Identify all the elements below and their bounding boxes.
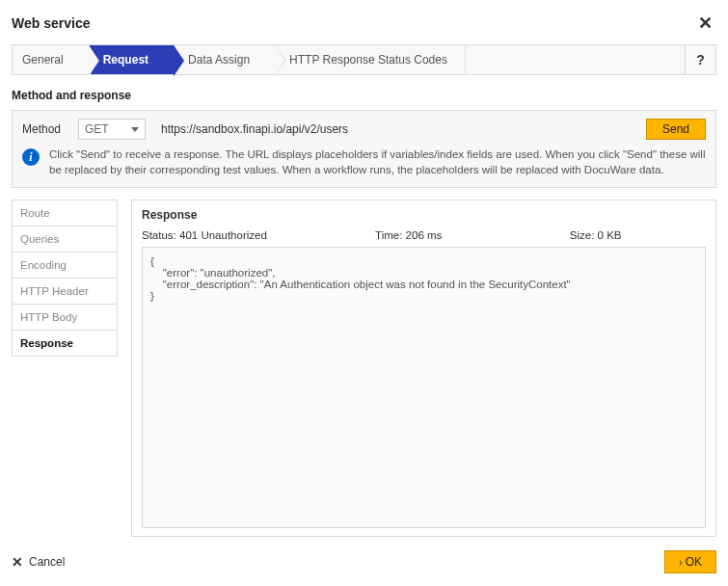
cancel-label: Cancel (29, 555, 65, 569)
time-label: Time: (375, 229, 402, 241)
request-url: https://sandbox.finapi.io/api/v2/users (155, 122, 636, 136)
response-title: Response (142, 208, 706, 222)
section-title-method-response: Method and response (12, 89, 716, 102)
status-value: 401 Unauthorized (179, 229, 267, 241)
ok-label: OK (686, 555, 702, 569)
tab-bar: General Request Data Assign HTTP Respons… (12, 44, 716, 75)
size-value: 0 KB (598, 229, 622, 241)
send-button[interactable]: Send (646, 119, 706, 140)
tab-general[interactable]: General (13, 45, 90, 74)
cancel-button[interactable]: ✕ Cancel (12, 554, 65, 570)
side-tab-http-body[interactable]: HTTP Body (12, 304, 118, 330)
http-method-select[interactable]: GET (78, 119, 146, 140)
dialog-title: Web service (12, 12, 90, 35)
response-body[interactable]: { "error": "unauthorized", "error_descri… (142, 247, 706, 528)
response-meta: Status: 401 Unauthorized Time: 206 ms Si… (142, 229, 706, 241)
side-tab-encoding[interactable]: Encoding (12, 252, 118, 278)
time-value: 206 ms (406, 229, 443, 241)
info-icon: i (22, 148, 40, 166)
method-label: Method (22, 122, 68, 136)
side-tab-queries[interactable]: Queries (12, 226, 118, 252)
close-icon[interactable]: ✕ (694, 13, 716, 34)
tab-request[interactable]: Request (90, 45, 175, 74)
http-method-value: GET (85, 122, 109, 136)
help-button[interactable]: ? (685, 45, 715, 74)
side-tabs: Route Queries Encoding HTTP Header HTTP … (12, 200, 118, 537)
size-label: Size: (570, 229, 595, 241)
ok-button[interactable]: ›OK (664, 550, 716, 573)
side-tab-http-header[interactable]: HTTP Header (12, 278, 118, 304)
method-response-box: Method GET https://sandbox.finapi.io/api… (12, 110, 716, 188)
tab-http-response-status-codes[interactable]: HTTP Response Status Codes (276, 45, 466, 74)
chevron-down-icon (131, 127, 139, 132)
side-tab-route[interactable]: Route (12, 200, 118, 226)
info-text: Click "Send" to receive a response. The … (49, 147, 706, 177)
status-label: Status: (142, 229, 176, 241)
chevron-right-icon: › (679, 557, 682, 568)
tab-data-assign[interactable]: Data Assign (175, 45, 276, 74)
response-panel: Response Status: 401 Unauthorized Time: … (131, 200, 716, 537)
close-icon: ✕ (12, 554, 23, 570)
side-tab-response[interactable]: Response (12, 330, 118, 357)
